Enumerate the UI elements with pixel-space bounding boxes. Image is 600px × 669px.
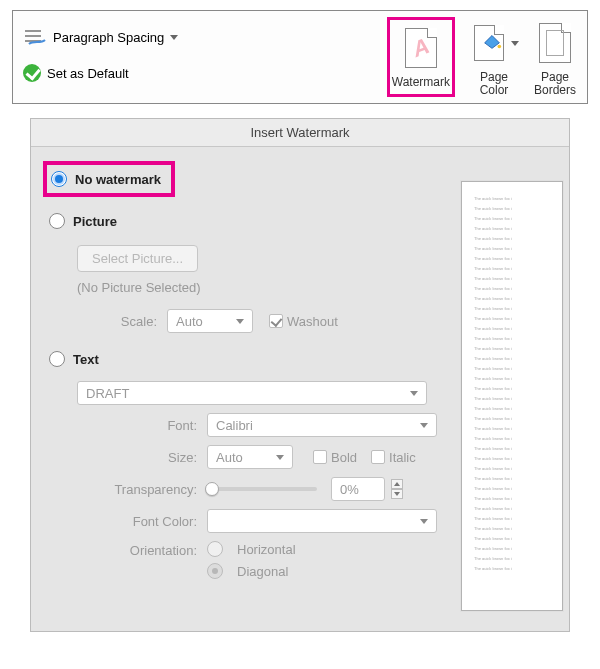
insert-watermark-dialog: Insert Watermark No watermark Picture Se…	[30, 118, 570, 632]
preview-text-line: The quick brown fox j	[474, 276, 562, 280]
page-color-label: Page Color	[480, 71, 509, 97]
picture-radio[interactable]	[49, 213, 65, 229]
orientation-diagonal-radio[interactable]	[207, 563, 223, 579]
preview-text-line: The quick brown fox j	[474, 466, 562, 470]
preview-text-line: The quick brown fox j	[474, 566, 562, 570]
italic-label: Italic	[389, 450, 416, 465]
preview-text-line: The quick brown fox j	[474, 246, 562, 250]
size-value: Auto	[216, 450, 243, 465]
watermark-label: Watermark	[392, 76, 450, 89]
dialog-controls: No watermark Picture Select Picture... (…	[31, 147, 461, 631]
preview-text-line: The quick brown fox j	[474, 416, 562, 420]
washout-checkbox[interactable]	[269, 314, 283, 328]
preview-text-line: The quick brown fox j	[474, 436, 562, 440]
preview-text-line: The quick brown fox j	[474, 316, 562, 320]
transparency-field[interactable]: 0%	[331, 477, 385, 501]
preview-text-line: The quick brown fox j	[474, 356, 562, 360]
picture-subarea: Select Picture... (No Picture Selected) …	[77, 243, 453, 333]
preview-text-line: The quick brown fox j	[474, 536, 562, 540]
highlight-annotation: No watermark	[43, 161, 175, 197]
italic-checkbox[interactable]	[371, 450, 385, 464]
watermark-button[interactable]: A Watermark	[387, 17, 455, 97]
transparency-value: 0%	[340, 482, 359, 497]
preview-text-line: The quick brown fox j	[474, 396, 562, 400]
orientation-diagonal-label: Diagonal	[237, 564, 288, 579]
scale-value: Auto	[176, 314, 203, 329]
preview-text-line: The quick brown fox j	[474, 526, 562, 530]
preview-text-line: The quick brown fox j	[474, 366, 562, 370]
no-watermark-radio[interactable]	[51, 171, 67, 187]
caret-icon	[276, 455, 284, 460]
preview-text-line: The quick brown fox j	[474, 206, 562, 210]
no-picture-selected-label: (No Picture Selected)	[77, 280, 453, 295]
bold-checkbox[interactable]	[313, 450, 327, 464]
dropdown-caret-icon	[170, 35, 178, 40]
dialog-title: Insert Watermark	[31, 119, 569, 147]
caret-icon	[410, 391, 418, 396]
orientation-horizontal-radio[interactable]	[207, 541, 223, 557]
preview-text-line: The quick brown fox j	[474, 376, 562, 380]
select-picture-button[interactable]: Select Picture...	[77, 245, 198, 272]
scale-dropdown[interactable]: Auto	[167, 309, 253, 333]
preview-text-line: The quick brown fox j	[474, 326, 562, 330]
page-color-button[interactable]: Page Color	[469, 17, 519, 97]
preview-text-line: The quick brown fox j	[474, 296, 562, 300]
check-circle-icon	[23, 64, 41, 82]
font-value: Calibri	[216, 418, 253, 433]
preview-pane: The quick brown fox jThe quick brown fox…	[461, 181, 563, 611]
page-borders-label: Page Borders	[534, 71, 576, 97]
transparency-slider[interactable]	[207, 487, 317, 491]
text-radio[interactable]	[49, 351, 65, 367]
preview-text-line: The quick brown fox j	[474, 426, 562, 430]
preview-text-line: The quick brown fox j	[474, 216, 562, 220]
preview-text-line: The quick brown fox j	[474, 266, 562, 270]
set-as-default-button[interactable]: Set as Default	[23, 59, 387, 87]
slider-thumb[interactable]	[205, 482, 219, 496]
page-borders-icon	[539, 23, 571, 63]
preview-text-line: The quick brown fox j	[474, 336, 562, 340]
bold-label: Bold	[331, 450, 357, 465]
stepper-up[interactable]	[391, 479, 403, 489]
watermark-text-dropdown[interactable]: DRAFT	[77, 381, 427, 405]
transparency-label: Transparency:	[77, 482, 207, 497]
dropdown-caret-icon	[511, 41, 519, 46]
preview-text-line: The quick brown fox j	[474, 256, 562, 260]
preview-text-line: The quick brown fox j	[474, 486, 562, 490]
preview-text-line: The quick brown fox j	[474, 306, 562, 310]
ribbon: Paragraph Spacing Set as Default A Water…	[12, 10, 588, 104]
preview-text-line: The quick brown fox j	[474, 236, 562, 240]
font-dropdown[interactable]: Calibri	[207, 413, 437, 437]
transparency-stepper[interactable]	[391, 479, 403, 499]
preview-text-line: The quick brown fox j	[474, 386, 562, 390]
preview-text-line: The quick brown fox j	[474, 556, 562, 560]
ribbon-left-group: Paragraph Spacing Set as Default	[23, 17, 387, 87]
paragraph-spacing-button[interactable]: Paragraph Spacing	[23, 23, 387, 51]
preview-text-line: The quick brown fox j	[474, 446, 562, 450]
picture-radio-label: Picture	[73, 214, 117, 229]
preview-text-line: The quick brown fox j	[474, 406, 562, 410]
font-label: Font:	[77, 418, 207, 433]
preview-text-line: The quick brown fox j	[474, 476, 562, 480]
scale-label: Scale:	[77, 314, 167, 329]
preview-text-line: The quick brown fox j	[474, 496, 562, 500]
text-radio-label: Text	[73, 352, 99, 367]
preview-text-line: The quick brown fox j	[474, 516, 562, 520]
preview-text-line: The quick brown fox j	[474, 346, 562, 350]
orientation-label: Orientation:	[77, 541, 207, 558]
font-color-dropdown[interactable]	[207, 509, 437, 533]
caret-icon	[236, 319, 244, 324]
orientation-horizontal-label: Horizontal	[237, 542, 296, 557]
watermark-text-value: DRAFT	[86, 386, 129, 401]
size-dropdown[interactable]: Auto	[207, 445, 293, 469]
no-watermark-label: No watermark	[75, 172, 161, 187]
svg-point-3	[498, 45, 502, 49]
paragraph-spacing-icon	[23, 28, 47, 46]
ribbon-right-group: A Watermark Page Color	[387, 17, 577, 97]
page-color-icon	[474, 25, 504, 61]
paragraph-spacing-label: Paragraph Spacing	[53, 30, 164, 45]
preview-text-line: The quick brown fox j	[474, 546, 562, 550]
preview-text-line: The quick brown fox j	[474, 226, 562, 230]
page-borders-button[interactable]: Page Borders	[533, 17, 577, 97]
caret-icon	[420, 423, 428, 428]
stepper-down[interactable]	[391, 489, 403, 499]
